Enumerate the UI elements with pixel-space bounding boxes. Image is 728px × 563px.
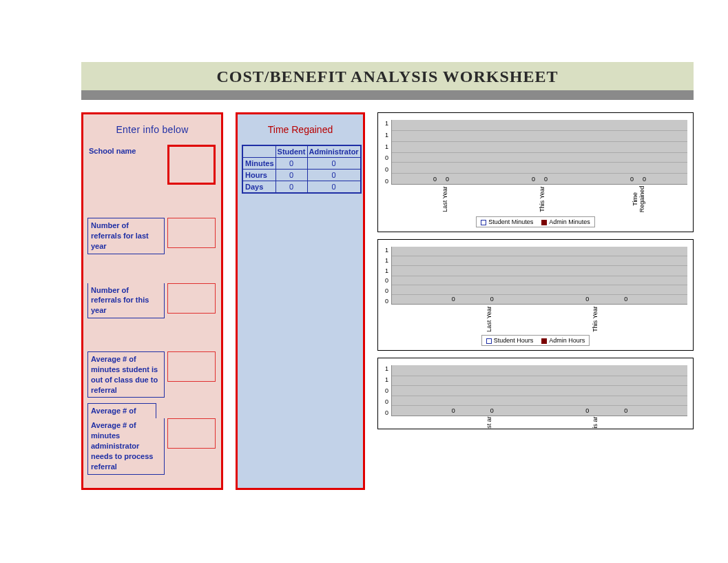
ytick: 0 [385, 166, 388, 173]
ytick: 0 [385, 409, 388, 416]
row-days-student: 0 [275, 181, 307, 194]
bar-value: 0 [449, 296, 458, 303]
chart-days: 1 1 0 0 0 0 0 [377, 358, 694, 429]
x-tick: This Year [592, 306, 599, 332]
input-referrals-this[interactable] [167, 283, 216, 314]
data-labels: 0 0 0 0 [392, 407, 687, 414]
x-tick: st ar [485, 416, 492, 429]
bar-value: 0 [443, 176, 452, 183]
y-axis: 1 1 1 0 0 0 [384, 120, 391, 185]
time-regained-header: Time Regained [242, 120, 359, 145]
ytick: 1 [385, 257, 388, 264]
x-tick: Time Regained [632, 185, 646, 213]
bar-value: 0 [488, 296, 497, 303]
ytick: 0 [385, 298, 388, 305]
row-minutes-admin: 0 [307, 158, 361, 170]
label-referrals-last: Number of referrals for last year [87, 218, 165, 254]
row-hours-student: 0 [275, 170, 307, 181]
data-labels: 0 0 0 0 [392, 296, 687, 303]
col-student: Student [275, 145, 307, 158]
y-axis: 1 1 0 0 0 [384, 365, 391, 416]
table-row: Days 0 0 [242, 181, 361, 194]
x-tick: This Year [539, 186, 545, 212]
legend-swatch-icon [481, 220, 486, 225]
input-avg-student-out[interactable] [167, 351, 216, 382]
row-days-label: Days [242, 181, 275, 194]
ytick: 0 [385, 154, 388, 161]
bar-value: 0 [627, 176, 636, 183]
ytick: 0 [385, 398, 388, 405]
legend-label: Student Minutes [488, 218, 533, 225]
header-strip [81, 90, 694, 100]
legend: Student Minutes Admin Minutes [476, 216, 595, 227]
plot-area: 0 0 0 0 [391, 365, 687, 416]
bar-value: 0 [621, 296, 630, 303]
time-regained-panel: Time Regained Student Administrator Minu… [236, 112, 365, 490]
x-axis: st ar is ar [396, 416, 687, 429]
ytick: 1 [385, 120, 388, 127]
label-school-name: School name [87, 145, 165, 159]
ytick: 1 [385, 132, 388, 139]
table-row: Hours 0 0 [242, 170, 361, 181]
input-panel: Enter info below School name Number of r… [81, 112, 223, 490]
ytick: 0 [385, 387, 388, 394]
bar-value: 0 [583, 296, 592, 303]
legend-swatch-icon [486, 338, 492, 344]
bar-value: 0 [529, 176, 538, 183]
label-avg-admin-process: Average # of minutes administrator needs… [87, 418, 165, 474]
ytick: 0 [385, 178, 388, 185]
input-avg-admin-process[interactable] [167, 418, 216, 449]
field-referrals-last: Number of referrals for last year [87, 218, 217, 254]
ytick: 0 [385, 287, 388, 294]
chart-minutes: 1 1 1 0 0 0 0 0 [377, 112, 694, 232]
x-tick: is ar [592, 416, 599, 428]
chart-hours: 1 1 1 0 0 0 0 [377, 239, 694, 351]
x-tick: Last Year [485, 306, 492, 332]
bar-value: 0 [621, 407, 630, 414]
legend-label: Admin Minutes [549, 218, 590, 225]
legend-swatch-icon [541, 220, 547, 225]
bar-value: 0 [430, 176, 439, 183]
legend-label: Student Hours [494, 337, 534, 344]
field-referrals-this: Number of referrals for this year [87, 283, 217, 319]
field-avg-short: Average # of [87, 403, 217, 418]
x-tick: Last Year [441, 186, 448, 212]
label-avg-student-out: Average # of minutes student is out of c… [87, 351, 165, 398]
ytick: 1 [385, 267, 388, 274]
legend: Student Hours Admin Hours [481, 335, 590, 346]
col-admin: Administrator [307, 145, 361, 158]
input-panel-header: Enter info below [87, 120, 217, 145]
input-school-name[interactable] [167, 145, 216, 185]
page-title: COST/BENEFIT ANALYSIS WORKSHEET [81, 62, 694, 90]
row-minutes-student: 0 [275, 158, 307, 170]
x-axis: Last Year This Year Time Regained [396, 185, 687, 214]
bar-value: 0 [640, 176, 649, 183]
table-row: Minutes 0 0 [242, 158, 361, 170]
bar-value: 0 [541, 176, 550, 183]
row-days-admin: 0 [307, 181, 361, 194]
time-regained-table: Student Administrator Minutes 0 0 Hours … [242, 145, 362, 194]
label-referrals-this: Number of referrals for this year [87, 283, 165, 319]
y-axis: 1 1 1 0 0 0 [384, 247, 391, 305]
field-avg-student-out: Average # of minutes student is out of c… [87, 351, 217, 398]
ytick: 1 [385, 376, 388, 383]
ytick: 1 [385, 247, 388, 254]
label-avg-short: Average # of [87, 403, 156, 418]
main-columns: Enter info below School name Number of r… [81, 112, 694, 490]
ytick: 0 [385, 277, 388, 284]
charts-column: 1 1 1 0 0 0 0 0 [377, 112, 694, 490]
ytick: 1 [385, 143, 388, 150]
legend-swatch-icon [541, 338, 547, 344]
field-avg-admin-process: Average # of minutes administrator needs… [87, 418, 217, 474]
bar-value: 0 [583, 407, 592, 414]
bar-value: 0 [449, 407, 458, 414]
row-minutes-label: Minutes [242, 158, 275, 170]
plot-area: 0 0 0 0 [391, 247, 687, 305]
bar-value: 0 [488, 407, 497, 414]
plot-area: 0 0 0 0 0 0 [391, 120, 687, 185]
ytick: 1 [385, 365, 388, 372]
data-labels: 0 0 0 0 0 0 [392, 176, 687, 183]
row-hours-label: Hours [242, 170, 275, 181]
input-referrals-last[interactable] [167, 218, 216, 248]
row-hours-admin: 0 [307, 170, 361, 181]
